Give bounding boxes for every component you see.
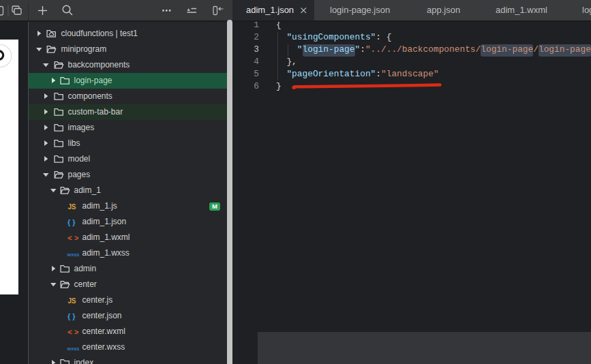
svg-text:JS: JS bbox=[67, 203, 76, 211]
svg-text:JS: JS bbox=[67, 297, 76, 305]
svg-text:< >: < > bbox=[67, 328, 78, 336]
svg-text:< >: < > bbox=[67, 234, 78, 242]
svg-text:{ }: { } bbox=[67, 218, 76, 226]
svg-text:{ }: { } bbox=[67, 312, 76, 320]
svg-text:wxss: wxss bbox=[67, 251, 79, 257]
svg-text:wxss: wxss bbox=[67, 345, 79, 351]
